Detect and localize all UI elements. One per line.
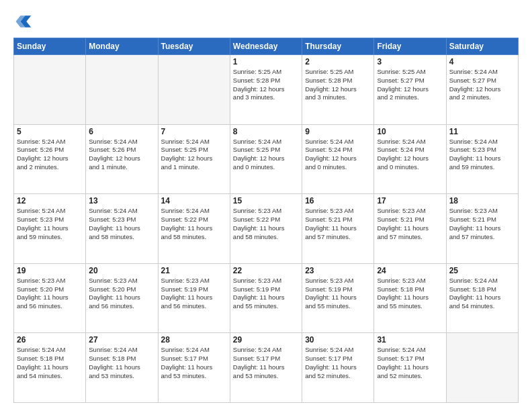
- calendar-cell: 1Sunrise: 5:25 AM Sunset: 5:28 PM Daylig…: [230, 55, 302, 125]
- calendar-cell: 14Sunrise: 5:24 AM Sunset: 5:22 PM Dayli…: [158, 194, 230, 264]
- calendar-cell: [158, 55, 230, 125]
- day-number: 29: [233, 335, 299, 345]
- calendar-cell: 30Sunrise: 5:24 AM Sunset: 5:17 PM Dayli…: [302, 333, 374, 403]
- weekday-sunday: Sunday: [14, 38, 86, 55]
- calendar-cell: 6Sunrise: 5:24 AM Sunset: 5:26 PM Daylig…: [86, 124, 158, 194]
- day-number: 23: [305, 266, 371, 275]
- weekday-header-row: SundayMondayTuesdayWednesdayThursdayFrid…: [14, 38, 519, 55]
- day-number: 7: [161, 127, 227, 136]
- day-info: Sunrise: 5:24 AM Sunset: 5:22 PM Dayligh…: [161, 207, 227, 241]
- day-number: 6: [89, 127, 154, 136]
- day-number: 19: [17, 266, 83, 275]
- day-number: 15: [233, 196, 299, 205]
- day-number: 16: [305, 196, 371, 205]
- day-info: Sunrise: 5:24 AM Sunset: 5:25 PM Dayligh…: [233, 138, 299, 172]
- day-number: 14: [161, 196, 227, 205]
- day-number: 20: [89, 266, 154, 275]
- day-info: Sunrise: 5:24 AM Sunset: 5:17 PM Dayligh…: [233, 346, 299, 380]
- day-info: Sunrise: 5:23 AM Sunset: 5:21 PM Dayligh…: [377, 207, 443, 241]
- calendar-cell: 25Sunrise: 5:24 AM Sunset: 5:18 PM Dayli…: [446, 263, 518, 333]
- day-info: Sunrise: 5:24 AM Sunset: 5:23 PM Dayligh…: [449, 138, 515, 172]
- calendar-cell: 7Sunrise: 5:24 AM Sunset: 5:25 PM Daylig…: [158, 124, 230, 194]
- day-number: 31: [377, 335, 443, 345]
- day-number: 11: [449, 127, 515, 136]
- logo-icon: [13, 12, 32, 31]
- day-info: Sunrise: 5:24 AM Sunset: 5:18 PM Dayligh…: [89, 346, 154, 380]
- day-info: Sunrise: 5:23 AM Sunset: 5:21 PM Dayligh…: [305, 207, 371, 241]
- day-info: Sunrise: 5:23 AM Sunset: 5:20 PM Dayligh…: [89, 277, 154, 311]
- day-number: 1: [233, 57, 299, 66]
- calendar-cell: 20Sunrise: 5:23 AM Sunset: 5:20 PM Dayli…: [86, 263, 158, 333]
- day-number: 5: [17, 127, 83, 136]
- weekday-wednesday: Wednesday: [230, 38, 302, 55]
- calendar-cell: [14, 55, 86, 125]
- calendar-cell: 9Sunrise: 5:24 AM Sunset: 5:24 PM Daylig…: [302, 124, 374, 194]
- day-info: Sunrise: 5:24 AM Sunset: 5:24 PM Dayligh…: [377, 138, 443, 172]
- day-number: 24: [377, 266, 443, 275]
- day-number: 2: [305, 57, 371, 66]
- day-number: 22: [233, 266, 299, 275]
- day-number: 17: [377, 196, 443, 205]
- day-number: 9: [305, 127, 371, 136]
- logo: [13, 12, 35, 31]
- day-info: Sunrise: 5:24 AM Sunset: 5:23 PM Dayligh…: [17, 207, 83, 241]
- day-number: 25: [449, 266, 515, 275]
- calendar-table: SundayMondayTuesdayWednesdayThursdayFrid…: [13, 38, 519, 403]
- day-number: 3: [377, 57, 443, 66]
- week-row-1: 5Sunrise: 5:24 AM Sunset: 5:26 PM Daylig…: [14, 124, 519, 194]
- weekday-tuesday: Tuesday: [158, 38, 230, 55]
- day-info: Sunrise: 5:24 AM Sunset: 5:17 PM Dayligh…: [161, 346, 227, 380]
- day-info: Sunrise: 5:23 AM Sunset: 5:22 PM Dayligh…: [233, 207, 299, 241]
- week-row-4: 26Sunrise: 5:24 AM Sunset: 5:18 PM Dayli…: [14, 333, 519, 403]
- day-number: 18: [449, 196, 515, 205]
- day-info: Sunrise: 5:25 AM Sunset: 5:27 PM Dayligh…: [377, 68, 443, 102]
- day-info: Sunrise: 5:24 AM Sunset: 5:26 PM Dayligh…: [17, 138, 83, 172]
- day-number: 10: [377, 127, 443, 136]
- day-number: 27: [89, 335, 154, 345]
- calendar-cell: 17Sunrise: 5:23 AM Sunset: 5:21 PM Dayli…: [374, 194, 446, 264]
- day-number: 12: [17, 196, 83, 205]
- calendar-cell: 4Sunrise: 5:24 AM Sunset: 5:27 PM Daylig…: [446, 55, 518, 125]
- week-row-3: 19Sunrise: 5:23 AM Sunset: 5:20 PM Dayli…: [14, 263, 519, 333]
- calendar-cell: 24Sunrise: 5:23 AM Sunset: 5:18 PM Dayli…: [374, 263, 446, 333]
- calendar-cell: 10Sunrise: 5:24 AM Sunset: 5:24 PM Dayli…: [374, 124, 446, 194]
- calendar-cell: [86, 55, 158, 125]
- page: SundayMondayTuesdayWednesdayThursdayFrid…: [0, 0, 532, 411]
- day-info: Sunrise: 5:24 AM Sunset: 5:23 PM Dayligh…: [89, 207, 154, 241]
- day-info: Sunrise: 5:24 AM Sunset: 5:25 PM Dayligh…: [161, 138, 227, 172]
- day-info: Sunrise: 5:23 AM Sunset: 5:19 PM Dayligh…: [161, 277, 227, 311]
- day-number: 4: [449, 57, 515, 66]
- weekday-monday: Monday: [86, 38, 158, 55]
- day-number: 13: [89, 196, 154, 205]
- calendar-cell: 29Sunrise: 5:24 AM Sunset: 5:17 PM Dayli…: [230, 333, 302, 403]
- week-row-0: 1Sunrise: 5:25 AM Sunset: 5:28 PM Daylig…: [14, 55, 519, 125]
- day-info: Sunrise: 5:24 AM Sunset: 5:27 PM Dayligh…: [449, 68, 515, 102]
- day-info: Sunrise: 5:23 AM Sunset: 5:19 PM Dayligh…: [305, 277, 371, 311]
- calendar-cell: 2Sunrise: 5:25 AM Sunset: 5:28 PM Daylig…: [302, 55, 374, 125]
- day-info: Sunrise: 5:24 AM Sunset: 5:18 PM Dayligh…: [449, 277, 515, 311]
- calendar-cell: 15Sunrise: 5:23 AM Sunset: 5:22 PM Dayli…: [230, 194, 302, 264]
- calendar-cell: 3Sunrise: 5:25 AM Sunset: 5:27 PM Daylig…: [374, 55, 446, 125]
- calendar-cell: 31Sunrise: 5:24 AM Sunset: 5:17 PM Dayli…: [374, 333, 446, 403]
- calendar-cell: 5Sunrise: 5:24 AM Sunset: 5:26 PM Daylig…: [14, 124, 86, 194]
- weekday-thursday: Thursday: [302, 38, 374, 55]
- calendar-cell: 19Sunrise: 5:23 AM Sunset: 5:20 PM Dayli…: [14, 263, 86, 333]
- calendar-cell: 23Sunrise: 5:23 AM Sunset: 5:19 PM Dayli…: [302, 263, 374, 333]
- day-number: 28: [161, 335, 227, 345]
- weekday-friday: Friday: [374, 38, 446, 55]
- day-info: Sunrise: 5:23 AM Sunset: 5:20 PM Dayligh…: [17, 277, 83, 311]
- day-info: Sunrise: 5:23 AM Sunset: 5:21 PM Dayligh…: [449, 207, 515, 241]
- day-number: 21: [161, 266, 227, 275]
- calendar-cell: 26Sunrise: 5:24 AM Sunset: 5:18 PM Dayli…: [14, 333, 86, 403]
- calendar-cell: 21Sunrise: 5:23 AM Sunset: 5:19 PM Dayli…: [158, 263, 230, 333]
- calendar-cell: 16Sunrise: 5:23 AM Sunset: 5:21 PM Dayli…: [302, 194, 374, 264]
- day-number: 30: [305, 335, 371, 345]
- day-info: Sunrise: 5:24 AM Sunset: 5:17 PM Dayligh…: [305, 346, 371, 380]
- day-info: Sunrise: 5:24 AM Sunset: 5:18 PM Dayligh…: [17, 346, 83, 380]
- calendar-cell: 11Sunrise: 5:24 AM Sunset: 5:23 PM Dayli…: [446, 124, 518, 194]
- header: [13, 12, 519, 31]
- calendar-cell: 8Sunrise: 5:24 AM Sunset: 5:25 PM Daylig…: [230, 124, 302, 194]
- day-info: Sunrise: 5:24 AM Sunset: 5:17 PM Dayligh…: [377, 346, 443, 380]
- calendar-cell: 12Sunrise: 5:24 AM Sunset: 5:23 PM Dayli…: [14, 194, 86, 264]
- day-info: Sunrise: 5:25 AM Sunset: 5:28 PM Dayligh…: [305, 68, 371, 102]
